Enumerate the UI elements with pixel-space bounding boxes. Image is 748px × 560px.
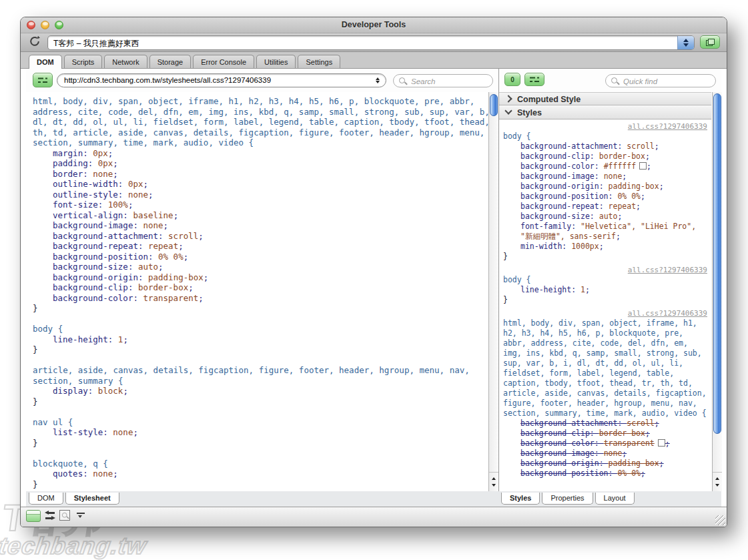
split-handle-icon[interactable] bbox=[77, 513, 85, 514]
code-line: } bbox=[33, 344, 488, 355]
status-bar bbox=[21, 507, 727, 527]
error-count-button[interactable]: 0 bbox=[504, 73, 520, 86]
scroll-thumb[interactable] bbox=[490, 94, 498, 116]
console-window-icon[interactable] bbox=[26, 510, 41, 522]
rule-property[interactable]: background-size: auto; bbox=[503, 212, 707, 222]
search-icon bbox=[399, 77, 407, 85]
rule-property[interactable]: background-image: none; bbox=[503, 172, 707, 182]
scroll-arrows[interactable] bbox=[713, 472, 722, 491]
bottom-tab-dom[interactable]: DOM bbox=[29, 493, 63, 505]
rule-property[interactable]: line-height: 1; bbox=[503, 285, 707, 295]
code-line: } bbox=[33, 303, 488, 314]
selector-text: section, summary, time, mark, audio, vid… bbox=[33, 137, 254, 148]
source-pane: http://cdn3.techbang.com.tw/stylesheets/… bbox=[26, 69, 498, 491]
source-scrollbar[interactable] bbox=[488, 92, 498, 491]
closing-brace: } bbox=[503, 252, 707, 262]
styles-scrollbar[interactable] bbox=[712, 92, 722, 491]
scroll-down-icon bbox=[715, 484, 719, 487]
rule-selector[interactable]: body { bbox=[503, 275, 707, 285]
semicolon: ; bbox=[148, 190, 153, 200]
tab-dom[interactable]: DOM bbox=[29, 55, 62, 69]
property-name: background-color: bbox=[53, 293, 143, 303]
tab-error-console[interactable]: Error Console bbox=[193, 55, 254, 68]
reload-icon bbox=[29, 35, 41, 47]
rule-property[interactable]: background-position: 0% 0%; bbox=[503, 192, 707, 202]
reload-button[interactable] bbox=[29, 35, 42, 49]
semicolon: ; bbox=[622, 449, 627, 458]
property-value: 0px bbox=[98, 158, 113, 168]
computed-style-section-header[interactable]: Computed Style bbox=[499, 92, 711, 105]
semicolon: ; bbox=[183, 252, 189, 262]
scroll-up-icon bbox=[492, 477, 496, 480]
stylesheet-link[interactable]: all.css?1297406339 bbox=[503, 121, 707, 131]
bottom-tab-stylesheet[interactable]: Stylesheet bbox=[65, 493, 119, 505]
url-stepper[interactable] bbox=[371, 75, 384, 86]
resource-url-selector[interactable]: http://cdn3.techbang.com.tw/stylesheets/… bbox=[57, 73, 386, 87]
bottom-tab-styles[interactable]: Styles bbox=[501, 493, 540, 505]
rule-property[interactable]: background-origin: padding-box; bbox=[503, 459, 707, 469]
scroll-thumb[interactable] bbox=[713, 93, 721, 434]
tab-storage[interactable]: Storage bbox=[149, 55, 192, 68]
quick-find-field[interactable] bbox=[605, 74, 716, 87]
rule-property[interactable]: background-color: transparent; bbox=[503, 439, 707, 449]
styles-toolbar: 0 bbox=[499, 69, 721, 92]
closing-brace: } bbox=[33, 479, 38, 489]
rule-property[interactable]: background-repeat: repeat; bbox=[503, 202, 707, 212]
property-value: 1 bbox=[581, 285, 585, 294]
property-name: background-image: bbox=[520, 172, 604, 181]
rule-property[interactable]: background-attachment: scroll; bbox=[503, 418, 707, 429]
stylesheet-link[interactable]: all.css?1297406339 bbox=[503, 308, 707, 318]
color-swatch[interactable] bbox=[658, 439, 665, 447]
property-name: background-clip: bbox=[53, 282, 138, 292]
rule-property[interactable]: background-position: 0% 0%; bbox=[503, 469, 707, 479]
page-stepper[interactable] bbox=[677, 36, 694, 49]
inspect-magnifier-icon[interactable] bbox=[59, 510, 70, 521]
rule-selector[interactable]: html, body, div, span, object, iframe, h… bbox=[503, 318, 707, 418]
property-name: background-repeat: bbox=[520, 202, 609, 211]
rule-property[interactable]: background-clip: border-box; bbox=[503, 152, 707, 162]
source-list-button[interactable] bbox=[33, 73, 53, 87]
selector-text: article, aside, canvas, details, figcapt… bbox=[33, 365, 470, 375]
rule-property[interactable]: min-width: 1000px; bbox=[503, 242, 707, 252]
detach-window-button[interactable] bbox=[700, 35, 720, 49]
rule-property[interactable]: background-clip: border-box; bbox=[503, 429, 707, 439]
source-search-field[interactable] bbox=[393, 74, 493, 87]
bottom-tab-layout[interactable]: Layout bbox=[595, 493, 635, 505]
quick-find-input[interactable] bbox=[622, 77, 701, 86]
tab-scripts[interactable]: Scripts bbox=[64, 55, 103, 68]
window-resize-grip[interactable] bbox=[715, 515, 725, 525]
selector-text: body { bbox=[33, 324, 63, 334]
tab-settings[interactable]: Settings bbox=[298, 55, 340, 68]
styles-list-button[interactable] bbox=[524, 73, 544, 86]
semicolon: ; bbox=[188, 282, 194, 292]
styles-section-header[interactable]: Styles bbox=[499, 106, 711, 119]
bottom-tab-properties[interactable]: Properties bbox=[542, 493, 593, 505]
tab-utilities[interactable]: Utilities bbox=[256, 55, 296, 68]
semicolon: ; bbox=[622, 172, 627, 181]
rule-property[interactable]: background-color: #ffffff; bbox=[503, 162, 707, 172]
property-value: transparent bbox=[604, 439, 655, 448]
search-input[interactable] bbox=[410, 77, 482, 86]
rule-selector[interactable]: body { bbox=[503, 131, 707, 142]
rule-property[interactable]: background-attachment: scroll; bbox=[503, 142, 707, 152]
title-bar[interactable]: Developer Tools bbox=[21, 17, 727, 33]
property-name: quotes: bbox=[53, 469, 93, 479]
property-name: background-repeat: bbox=[53, 241, 148, 251]
color-swatch[interactable] bbox=[639, 162, 647, 170]
stylesheet-link[interactable]: all.css?1297406339 bbox=[503, 265, 707, 275]
rule-property[interactable]: font-family: "Helvetica", "LiHei Pro", "… bbox=[503, 222, 707, 242]
property-value: border-box bbox=[599, 429, 645, 438]
code-line: vertical-align: baseline; bbox=[33, 210, 488, 221]
property-name: vertical-align: bbox=[53, 210, 133, 220]
code-line: outline-style: none; bbox=[33, 190, 488, 200]
section-label: Computed Style bbox=[517, 95, 581, 104]
swap-arrows-icon[interactable] bbox=[45, 511, 55, 520]
property-name: background-attachment: bbox=[520, 142, 627, 151]
rule-property[interactable]: background-image: none; bbox=[503, 449, 707, 459]
rule-property[interactable]: background-origin: padding-box; bbox=[503, 182, 707, 192]
stylesheet-source-view[interactable]: html, body, div, span, object, iframe, h… bbox=[26, 92, 488, 491]
tab-network[interactable]: Network bbox=[104, 55, 147, 68]
scroll-arrows[interactable] bbox=[489, 472, 498, 491]
page-selector[interactable]: T客邦 – 我只推薦好東西 bbox=[47, 35, 695, 50]
style-rules-list[interactable]: all.css?1297406339body {background-attac… bbox=[499, 120, 711, 491]
